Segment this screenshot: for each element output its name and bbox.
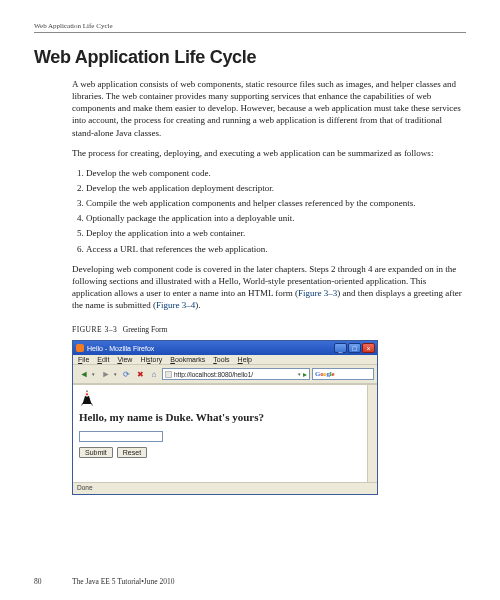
menu-help[interactable]: Help bbox=[238, 356, 252, 363]
page-title: Web Application Life Cycle bbox=[34, 47, 466, 68]
figure-link-3-4[interactable]: Figure 3–4 bbox=[156, 300, 195, 310]
name-input[interactable] bbox=[79, 431, 163, 442]
list-item: Deploy the application into a web contai… bbox=[86, 227, 466, 239]
menu-history[interactable]: History bbox=[140, 356, 162, 363]
browser-window: Hello - Mozilla Firefox _ □ × File Edit … bbox=[72, 340, 378, 495]
process-steps-list: Develop the web component code. Develop … bbox=[72, 167, 466, 255]
duke-mascot-image bbox=[79, 389, 95, 407]
google-icon: Google bbox=[315, 370, 334, 378]
book-title: The Java EE 5 Tutorial bbox=[72, 577, 141, 586]
list-item: Develop the web application deployment d… bbox=[86, 182, 466, 194]
list-item: Optionally package the application into … bbox=[86, 212, 466, 224]
dropdown-icon[interactable]: ▾ bbox=[298, 371, 301, 377]
page-footer: 80 The Java EE 5 Tutorial • June 2010 bbox=[34, 577, 466, 586]
home-button[interactable]: ⌂ bbox=[148, 368, 160, 380]
reset-button[interactable]: Reset bbox=[117, 447, 147, 458]
url-text: http://localhost:8080/hello1/ bbox=[174, 371, 298, 378]
list-item: Access a URL that references the web app… bbox=[86, 243, 466, 255]
running-header: Web Application Life Cycle bbox=[34, 22, 466, 33]
svg-point-1 bbox=[86, 393, 88, 395]
closing-paragraph: Developing web component code is covered… bbox=[72, 263, 466, 312]
back-dropdown-icon[interactable]: ▾ bbox=[92, 371, 95, 377]
go-button[interactable]: ▸ bbox=[303, 370, 307, 379]
vertical-scrollbar[interactable] bbox=[367, 385, 377, 482]
submit-button[interactable]: Submit bbox=[79, 447, 113, 458]
text: ). bbox=[195, 300, 200, 310]
forward-button[interactable]: ► bbox=[98, 367, 114, 381]
menu-bar: File Edit View History Bookmarks Tools H… bbox=[73, 355, 377, 364]
address-bar[interactable]: http://localhost:8080/hello1/ ▾ ▸ bbox=[162, 368, 310, 380]
firefox-icon bbox=[76, 344, 84, 352]
browser-viewport: Hello, my name is Duke. What's yours? Su… bbox=[73, 384, 377, 482]
window-titlebar: Hello - Mozilla Firefox _ □ × bbox=[73, 341, 377, 355]
list-item: Compile the web application components a… bbox=[86, 197, 466, 209]
figure-link-3-3[interactable]: Figure 3–3 bbox=[298, 288, 337, 298]
window-title: Hello - Mozilla Firefox bbox=[87, 345, 334, 352]
page-icon bbox=[165, 371, 172, 378]
status-bar: Done bbox=[73, 482, 377, 494]
process-paragraph: The process for creating, deploying, and… bbox=[72, 147, 466, 159]
stop-button[interactable]: ✖ bbox=[134, 368, 146, 380]
greeting-heading: Hello, my name is Duke. What's yours? bbox=[79, 411, 371, 423]
intro-paragraph: A web application consists of web compon… bbox=[72, 78, 466, 139]
menu-file[interactable]: File bbox=[78, 356, 89, 363]
menu-bookmarks[interactable]: Bookmarks bbox=[170, 356, 205, 363]
list-item: Develop the web component code. bbox=[86, 167, 466, 179]
toolbar: ◄ ▾ ► ▾ ⟳ ✖ ⌂ http://localhost:8080/hell… bbox=[73, 364, 377, 384]
forward-dropdown-icon[interactable]: ▾ bbox=[114, 371, 117, 377]
close-button[interactable]: × bbox=[362, 343, 375, 353]
minimize-button[interactable]: _ bbox=[334, 343, 347, 353]
figure-number: FIGURE 3–3 bbox=[72, 325, 117, 334]
figure-label: FIGURE 3–3 Greeting Form bbox=[72, 325, 466, 334]
menu-view[interactable]: View bbox=[117, 356, 132, 363]
figure-caption: Greeting Form bbox=[123, 325, 167, 334]
page-number: 80 bbox=[34, 577, 72, 586]
menu-tools[interactable]: Tools bbox=[213, 356, 229, 363]
menu-edit[interactable]: Edit bbox=[97, 356, 109, 363]
publication-date: June 2010 bbox=[144, 577, 175, 586]
search-box[interactable]: Google bbox=[312, 368, 374, 380]
maximize-button[interactable]: □ bbox=[348, 343, 361, 353]
back-button[interactable]: ◄ bbox=[76, 367, 92, 381]
reload-button[interactable]: ⟳ bbox=[120, 368, 132, 380]
